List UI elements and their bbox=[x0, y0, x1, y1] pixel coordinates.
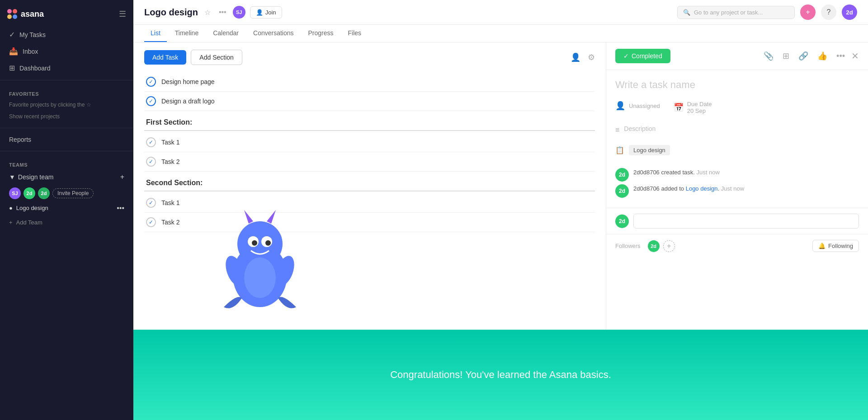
completed-button[interactable]: ✓ Completed bbox=[615, 49, 670, 63]
task-row-design-home[interactable]: ✓ Design home page bbox=[144, 72, 595, 92]
task-row-s2t2[interactable]: ✓ Task 2 bbox=[144, 213, 595, 232]
favorites-section-title: Favorites bbox=[0, 84, 133, 98]
following-button[interactable]: 🔔 Following bbox=[812, 240, 859, 252]
sidebar-project-logo-design[interactable]: ● Logo design ••• bbox=[0, 201, 133, 215]
detail-toolbar-icons: 📎 ⊞ 🔗 👍 ••• ✕ bbox=[761, 49, 859, 63]
description-section: ≡ Description bbox=[606, 120, 868, 140]
due-date-label: Due Date bbox=[687, 101, 712, 107]
add-task-button[interactable]: Add Task bbox=[144, 50, 186, 65]
section-header-first: First Section: bbox=[144, 111, 595, 131]
celebration-text: Congratulations! You've learned the Asan… bbox=[390, 369, 611, 381]
user-avatar-top[interactable]: 2d bbox=[842, 5, 857, 20]
assign-icon[interactable]: 👤 bbox=[571, 52, 580, 62]
check-icon: ✓ bbox=[9, 30, 15, 39]
add-section-button[interactable]: Add Section bbox=[191, 50, 242, 65]
sidebar-item-reports[interactable]: Reports bbox=[0, 132, 133, 147]
join-button[interactable]: 👤 Join bbox=[250, 6, 282, 19]
sidebar: asana ☰ ✓ My Tasks 📥 Inbox ⊞ Dashboard F… bbox=[0, 0, 133, 420]
project-tag[interactable]: Logo design bbox=[629, 145, 670, 155]
tab-list[interactable]: List bbox=[144, 25, 167, 42]
task-checkbox[interactable]: ✓ bbox=[146, 157, 156, 167]
sidebar-divider-2 bbox=[0, 128, 133, 128]
description-placeholder[interactable]: Description bbox=[624, 125, 656, 132]
tabs-bar: List Timeline Calendar Conversations Pro… bbox=[133, 25, 868, 42]
tab-timeline[interactable]: Timeline bbox=[169, 25, 205, 42]
followers-section: Followers 2d + 🔔 Following bbox=[606, 234, 868, 257]
assignee-field[interactable]: 👤 Unassigned bbox=[615, 101, 660, 111]
celebration-footer: Congratulations! You've learned the Asan… bbox=[133, 330, 868, 420]
search-icon: 🔍 bbox=[683, 9, 690, 16]
task-row-design-logo[interactable]: ✓ Design a draft logo bbox=[144, 92, 595, 111]
sidebar-item-dashboard[interactable]: ⊞ Dashboard bbox=[0, 60, 133, 76]
task-name: Task 1 bbox=[161, 139, 179, 146]
sidebar-toggle-icon[interactable]: ☰ bbox=[119, 9, 126, 19]
sidebar-logo: asana ☰ bbox=[0, 5, 133, 26]
favorites-hint: Favorite projects by clicking the ☆ bbox=[0, 98, 133, 112]
add-team-button[interactable]: + Add Team bbox=[0, 215, 133, 229]
calendar-icon: 📅 bbox=[674, 103, 684, 112]
due-date-value: 20 Sep bbox=[687, 107, 712, 114]
project-more-icon[interactable]: ••• bbox=[117, 204, 124, 212]
top-bar-right: 🔍 Go to any project or task... + ? 2d bbox=[677, 5, 857, 20]
task-name: Design a draft logo bbox=[161, 98, 215, 105]
attachment-icon-btn[interactable]: 📎 bbox=[761, 49, 776, 63]
comment-avatar: 2d bbox=[615, 215, 629, 228]
tab-progress[interactable]: Progress bbox=[302, 25, 340, 42]
task-row-s1t2[interactable]: ✓ Task 2 bbox=[144, 152, 595, 172]
task-row-s1t1[interactable]: ✓ Task 1 bbox=[144, 133, 595, 152]
subtask-icon-btn[interactable]: ⊞ bbox=[780, 49, 792, 63]
task-row-s2t1[interactable]: ✓ Task 1 bbox=[144, 193, 595, 213]
bell-icon: 🔔 bbox=[818, 243, 826, 249]
main-content: Logo design ☆ ••• SJ 👤 Join 🔍 Go to any … bbox=[133, 0, 868, 420]
detail-close-button[interactable]: ✕ bbox=[851, 51, 859, 61]
task-name: Task 2 bbox=[161, 158, 179, 165]
detail-header: ✓ Completed 📎 ⊞ 🔗 👍 ••• ✕ bbox=[606, 42, 868, 70]
add-follower-button[interactable]: + bbox=[663, 240, 675, 252]
team-add-icon[interactable]: + bbox=[120, 173, 124, 181]
inbox-icon: 📥 bbox=[9, 47, 18, 56]
tab-calendar[interactable]: Calendar bbox=[207, 25, 245, 42]
more-button[interactable]: ••• bbox=[217, 6, 228, 18]
task-checkbox[interactable]: ✓ bbox=[146, 217, 156, 227]
filter-icon[interactable]: ⚙ bbox=[588, 52, 595, 62]
add-new-button[interactable]: + bbox=[800, 5, 816, 20]
task-title-input[interactable] bbox=[606, 70, 868, 95]
star-button[interactable]: ☆ bbox=[203, 6, 212, 19]
top-bar: Logo design ☆ ••• SJ 👤 Join 🔍 Go to any … bbox=[133, 0, 868, 25]
join-icon: 👤 bbox=[256, 9, 263, 16]
task-checkbox[interactable]: ✓ bbox=[146, 137, 156, 147]
section-header-second: Second Section: bbox=[144, 172, 595, 191]
task-checkbox[interactable]: ✓ bbox=[146, 96, 156, 106]
link-icon-btn[interactable]: 🔗 bbox=[796, 49, 811, 63]
comment-area: 2d bbox=[606, 208, 868, 234]
content-area: Add Task Add Section 👤 ⚙ ✓ Design home p… bbox=[133, 42, 868, 330]
task-checkbox[interactable]: ✓ bbox=[146, 77, 156, 87]
check-icon: ✓ bbox=[623, 52, 629, 60]
team-name-label: Design team bbox=[18, 173, 54, 181]
tab-files[interactable]: Files bbox=[342, 25, 368, 42]
tab-conversations[interactable]: Conversations bbox=[247, 25, 300, 42]
sidebar-item-label: Dashboard bbox=[19, 65, 51, 72]
task-checkbox[interactable]: ✓ bbox=[146, 198, 156, 208]
member-avatar-2d-1: 2d bbox=[24, 187, 35, 199]
member-avatar-2d-2: 2d bbox=[38, 187, 50, 199]
show-recent-projects[interactable]: Show recent projects bbox=[0, 112, 133, 124]
sidebar-item-my-tasks[interactable]: ✓ My Tasks bbox=[0, 26, 133, 43]
projects-icon: 📋 bbox=[615, 146, 624, 154]
add-icon: + bbox=[9, 219, 13, 226]
person-icon: 👤 bbox=[615, 101, 625, 111]
sidebar-team-design[interactable]: ▼ Design team + bbox=[0, 169, 133, 185]
activity-link[interactable]: Logo design bbox=[686, 185, 718, 192]
invite-people-button[interactable]: Invite People bbox=[52, 188, 94, 198]
search-bar[interactable]: 🔍 Go to any project or task... bbox=[677, 6, 795, 19]
detail-meta: 👤 Unassigned 📅 Due Date 20 Sep bbox=[606, 95, 868, 120]
more-icon-btn[interactable]: ••• bbox=[834, 50, 848, 63]
comment-input[interactable] bbox=[633, 214, 859, 229]
help-button[interactable]: ? bbox=[821, 5, 836, 20]
like-icon-btn[interactable]: 👍 bbox=[815, 49, 830, 63]
assignee-label: Unassigned bbox=[629, 103, 660, 109]
sidebar-item-inbox[interactable]: 📥 Inbox bbox=[0, 43, 133, 60]
due-date-field[interactable]: 📅 Due Date 20 Sep bbox=[674, 101, 712, 114]
activity-text-2: 2d0d8706 added to Logo design. Just now bbox=[633, 184, 744, 193]
sidebar-divider-3 bbox=[0, 151, 133, 151]
